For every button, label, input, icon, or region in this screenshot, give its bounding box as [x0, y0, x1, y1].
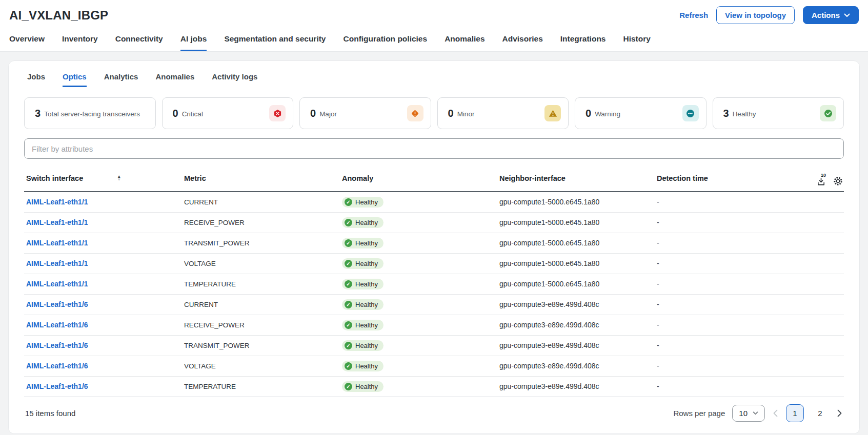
switch-interface-link[interactable]: AIML-Leaf1-eth1/1 — [26, 218, 88, 226]
metric-cell: RECEIVE_POWER — [182, 212, 340, 233]
tab-segmentation-and-security[interactable]: Segmentation and security — [224, 34, 326, 51]
page-button-2[interactable]: 2 — [811, 404, 829, 422]
tab-history[interactable]: History — [623, 34, 650, 51]
table-row: AIML-Leaf1-eth1/6 TEMPERATURE ✓Healthy g… — [24, 376, 844, 397]
tab-anomalies[interactable]: Anomalies — [445, 34, 485, 51]
tab-advisories[interactable]: Advisories — [502, 34, 543, 51]
column-header-detection-time[interactable]: Detection time — [655, 166, 778, 192]
subtab-optics[interactable]: Optics — [63, 72, 87, 87]
switch-interface-link[interactable]: AIML-Leaf1-eth1/6 — [26, 321, 88, 329]
column-header-switch-interface[interactable]: Switch interface ▲▼ — [24, 166, 182, 192]
anomaly-status-badge: ✓Healthy — [342, 217, 383, 228]
tab-connectivity[interactable]: Connectivity — [115, 34, 163, 51]
table-header-row: Switch interface ▲▼ Metric Anomaly Neigh… — [24, 166, 844, 192]
chevron-down-icon — [844, 13, 850, 17]
detection-time-cell: - — [655, 192, 778, 212]
table-row: AIML-Leaf1-eth1/1 RECEIVE_POWER ✓Healthy… — [24, 212, 844, 233]
tab-ai-jobs[interactable]: AI jobs — [180, 34, 207, 51]
tab-inventory[interactable]: Inventory — [62, 34, 98, 51]
refresh-button[interactable]: Refresh — [679, 11, 708, 19]
summary-card-warning: 0 Warning — [575, 97, 706, 129]
rows-per-page-select[interactable]: 10 — [732, 405, 765, 422]
subtab-analytics[interactable]: Analytics — [104, 72, 138, 87]
filter-input[interactable] — [24, 138, 844, 159]
anomaly-status-badge: ✓Healthy — [342, 238, 383, 248]
column-header-neighbor-interface[interactable]: Neighbor-interface — [497, 166, 655, 192]
detection-time-cell: - — [655, 233, 778, 253]
healthy-check-icon: ✓ — [345, 260, 352, 267]
neighbor-interface-cell: gpu-compute1-5000.e645.1a80 — [497, 233, 655, 253]
subtab-activity-logs[interactable]: Activity logs — [212, 72, 257, 87]
actions-button[interactable]: Actions — [803, 6, 859, 24]
switch-interface-link[interactable]: AIML-Leaf1-eth1/6 — [26, 362, 88, 370]
healthy-check-icon: ✓ — [345, 219, 352, 226]
metric-cell: TEMPERATURE — [182, 274, 340, 294]
neighbor-interface-cell: gpu-compute1-5000.e645.1a80 — [497, 253, 655, 274]
healthy-check-icon: ✓ — [345, 321, 352, 329]
switch-interface-link[interactable]: AIML-Leaf1-eth1/1 — [26, 259, 88, 267]
summary-card-minor: 0 Minor — [437, 97, 569, 129]
items-found-label: 15 items found — [25, 409, 75, 418]
page-button-1[interactable]: 1 — [786, 404, 804, 422]
tab-configuration-policies[interactable]: Configuration policies — [344, 34, 428, 51]
actions-button-label: Actions — [812, 11, 840, 19]
switch-interface-link[interactable]: AIML-Leaf1-eth1/6 — [26, 341, 88, 349]
neighbor-interface-cell: gpu-compute1-5000.e645.1a80 — [497, 212, 655, 233]
healthy-check-icon: ✓ — [345, 198, 352, 206]
neighbor-interface-cell: gpu-compute3-e89e.499d.408c — [497, 315, 655, 335]
total-count: 3 — [35, 108, 41, 119]
warning-label: Warning — [595, 110, 620, 118]
table-row: AIML-Leaf1-eth1/6 VOLTAGE ✓Healthy gpu-c… — [24, 356, 844, 376]
table-row: AIML-Leaf1-eth1/1 CURRENT ✓Healthy gpu-c… — [24, 192, 844, 212]
export-download-icon[interactable]: 10 — [817, 173, 826, 186]
subtab-anomalies[interactable]: Anomalies — [155, 72, 194, 87]
main-tab-bar: Overview Inventory Connectivity AI jobs … — [0, 27, 868, 52]
detection-time-cell: - — [655, 356, 778, 376]
chevron-down-icon — [753, 411, 758, 415]
anomaly-status-badge: ✓Healthy — [342, 320, 383, 330]
tab-overview[interactable]: Overview — [9, 34, 45, 51]
neighbor-interface-cell: gpu-compute3-e89e.499d.408c — [497, 356, 655, 376]
switch-interface-link[interactable]: AIML-Leaf1-eth1/1 — [26, 198, 88, 206]
view-in-topology-button[interactable]: View in topology — [716, 6, 795, 24]
table-settings-gear-icon[interactable] — [833, 176, 843, 186]
critical-hexagon-x-icon — [269, 105, 286, 121]
summary-card-critical: 0 Critical — [162, 97, 294, 129]
minor-triangle-exclamation-icon — [544, 105, 561, 121]
switch-interface-link[interactable]: AIML-Leaf1-eth1/1 — [26, 239, 88, 247]
metric-cell: VOLTAGE — [182, 356, 340, 376]
healthy-count: 3 — [723, 108, 729, 119]
total-label: Total server-facing transceivers — [44, 110, 140, 118]
column-header-anomaly[interactable]: Anomaly — [340, 166, 497, 192]
table-footer: 15 items found Rows per page 10 1 2 — [24, 397, 844, 426]
anomaly-status-badge: ✓Healthy — [342, 340, 383, 351]
detection-time-cell: - — [655, 294, 778, 315]
detection-time-cell: - — [655, 274, 778, 294]
subtab-jobs[interactable]: Jobs — [27, 72, 45, 87]
tab-integrations[interactable]: Integrations — [560, 34, 606, 51]
optics-table: Switch interface ▲▼ Metric Anomaly Neigh… — [24, 166, 844, 397]
table-row: AIML-Leaf1-eth1/6 RECEIVE_POWER ✓Healthy… — [24, 315, 844, 335]
page-title: AI_VXLAN_IBGP — [9, 8, 108, 23]
next-page-chevron-icon[interactable] — [836, 409, 843, 417]
content-panel: Jobs Optics Analytics Anomalies Activity… — [8, 60, 860, 434]
rows-per-page-label: Rows per page — [673, 409, 725, 418]
healthy-check-circle-icon — [820, 105, 836, 121]
summary-card-row: 3 Total server-facing transceivers 0 Cri… — [24, 97, 844, 129]
neighbor-interface-cell: gpu-compute3-e89e.499d.408c — [497, 335, 655, 356]
anomaly-status-badge: ✓Healthy — [342, 299, 383, 310]
major-label: Major — [319, 110, 337, 118]
switch-interface-link[interactable]: AIML-Leaf1-eth1/1 — [26, 280, 88, 288]
healthy-label: Healthy — [733, 110, 756, 118]
detection-time-cell: - — [655, 253, 778, 274]
metric-cell: TEMPERATURE — [182, 376, 340, 397]
neighbor-interface-cell: gpu-compute1-5000.e645.1a80 — [497, 274, 655, 294]
healthy-check-icon: ✓ — [345, 280, 352, 288]
column-header-metric[interactable]: Metric — [182, 166, 340, 192]
metric-cell: CURRENT — [182, 294, 340, 315]
healthy-check-icon: ✓ — [345, 301, 352, 308]
detection-time-cell: - — [655, 376, 778, 397]
healthy-check-icon: ✓ — [345, 383, 352, 390]
switch-interface-link[interactable]: AIML-Leaf1-eth1/6 — [26, 382, 88, 390]
switch-interface-link[interactable]: AIML-Leaf1-eth1/6 — [26, 300, 88, 308]
